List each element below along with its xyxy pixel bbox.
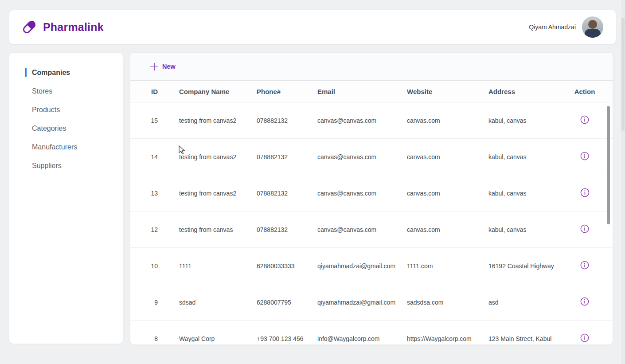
row-info-button[interactable] — [580, 261, 589, 270]
sidebar-item-stores[interactable]: Stores — [9, 82, 123, 101]
sidebar-item-categories[interactable]: Categories — [9, 119, 123, 138]
info-icon — [580, 224, 589, 233]
cell-phone: +93 700 123 456 — [252, 335, 313, 342]
info-icon — [580, 261, 589, 270]
cell-company-name: testing from canvas — [170, 226, 252, 233]
cell-id: 9 — [130, 299, 170, 306]
cell-company-name: Waygal Corp — [170, 335, 252, 342]
sidebar-item-label: Products — [32, 106, 60, 114]
cell-phone: 62880033333 — [252, 262, 313, 270]
sidebar-item-suppliers[interactable]: Suppliers — [9, 157, 123, 175]
pill-icon — [22, 20, 37, 35]
cell-id: 12 — [130, 226, 170, 233]
sidebar-item-products[interactable]: Products — [9, 101, 123, 119]
cell-website: 1111.com — [402, 262, 484, 270]
table-row: 13 testing from canvas2 078882132 canvas… — [130, 175, 613, 211]
sidebar-item-companies[interactable]: Companies — [9, 63, 123, 82]
page-scrollbar-thumb[interactable] — [621, 18, 625, 131]
page-scrollbar[interactable] — [621, 0, 625, 364]
cell-website: sadsdsa.com — [402, 299, 484, 306]
cell-phone: 078882132 — [252, 117, 313, 124]
cell-website: https://Waygalcorp.com — [402, 335, 484, 342]
table-row: 10 1111 62880033333 qiyamahmadzai@gmail.… — [130, 248, 613, 284]
user-menu[interactable]: Qiyam Ahmadzai — [529, 16, 603, 38]
row-info-button[interactable] — [580, 333, 589, 342]
column-header-phone: Phone# — [252, 88, 313, 95]
table-row: 8 Waygal Corp +93 700 123 456 info@Wayga… — [130, 321, 613, 345]
cell-website: canvas.com — [402, 153, 484, 160]
cell-id: 15 — [130, 117, 170, 124]
sidebar-item-label: Categories — [32, 125, 66, 133]
cell-id: 13 — [130, 190, 170, 197]
cell-company-name: testing from canvas2 — [170, 153, 252, 160]
table-scrollbar-thumb[interactable] — [607, 106, 610, 224]
brand-logo-group[interactable]: Pharmalink — [22, 20, 104, 35]
app-header: Pharmalink Qiyam Ahmadzai — [9, 10, 616, 44]
sidebar-item-label: Suppliers — [32, 162, 62, 170]
active-indicator-bar — [25, 68, 27, 77]
row-info-button[interactable] — [580, 224, 589, 233]
avatar-head-shape — [588, 20, 597, 29]
info-icon — [580, 115, 589, 124]
sidebar-item-label: Manufacturers — [32, 143, 77, 151]
cell-id: 8 — [130, 335, 170, 342]
cell-address: kabul, canvas — [484, 226, 566, 233]
app-title: Pharmalink — [43, 21, 104, 34]
row-info-button[interactable] — [580, 115, 589, 124]
new-company-button[interactable]: New — [150, 63, 176, 70]
cell-email: canvas@canvas.com — [313, 153, 402, 160]
column-header-name: Company Name — [170, 88, 252, 95]
cell-company-name: testing from canvas2 — [170, 117, 252, 124]
row-info-button[interactable] — [580, 188, 590, 197]
info-icon — [580, 333, 589, 342]
cell-website: canvas.com — [402, 226, 484, 233]
cell-email: canvas@canvas.com — [313, 117, 402, 124]
column-header-action: Action — [566, 88, 603, 95]
plus-icon — [150, 63, 158, 70]
cell-phone: 078882132 — [252, 226, 313, 233]
cell-company-name: testing from canvas2 — [170, 190, 252, 197]
cell-company-name: sdsad — [170, 299, 252, 306]
user-name-label: Qiyam Ahmadzai — [529, 23, 576, 31]
cell-phone: 078882132 — [252, 190, 313, 197]
cell-id: 14 — [130, 153, 170, 160]
avatar-body-shape — [585, 29, 601, 38]
cell-address: kabul, canvas — [484, 190, 566, 197]
row-info-button[interactable] — [580, 152, 589, 160]
cell-address: kabul, canvas — [484, 117, 566, 124]
table-row: 14 testing from canvas2 078882132 canvas… — [130, 139, 613, 175]
table-toolbar: New — [130, 53, 613, 81]
cell-website: canvas.com — [402, 190, 484, 197]
sidebar-nav: Companies Stores Products Categories Man… — [9, 52, 123, 344]
cell-email: qiyamahmadzai@gmail.com — [313, 299, 402, 306]
table-row: 12 testing from canvas 078882132 canvas@… — [130, 211, 613, 248]
column-header-website: Website — [402, 88, 484, 95]
cell-address: asd — [484, 299, 566, 306]
row-info-button[interactable] — [580, 297, 589, 306]
new-button-label: New — [162, 63, 176, 70]
table-row: 9 sdsad 6288007795 qiyamahmadzai@gmail.c… — [130, 284, 613, 321]
companies-panel: New ID Company Name Phone# Email Website… — [130, 52, 613, 345]
column-header-id: ID — [130, 88, 170, 95]
cell-id: 10 — [130, 262, 170, 270]
cell-email: info@Waygalcorp.com — [313, 335, 402, 342]
cell-email: canvas@canvas.com — [313, 190, 402, 197]
info-icon — [580, 297, 589, 306]
user-avatar[interactable] — [582, 16, 603, 38]
column-header-address: Address — [484, 88, 566, 95]
info-icon — [580, 152, 589, 160]
table-header-row: ID Company Name Phone# Email Website Add… — [130, 81, 613, 102]
cell-address: 123 Main Street, Kabul — [484, 335, 566, 342]
cell-website: canvas.com — [402, 117, 484, 124]
cell-email: canvas@canvas.com — [313, 226, 402, 233]
cell-email: qiyamahmadzai@gmail.com — [313, 262, 402, 270]
cell-address: kabul, canvas — [484, 153, 566, 160]
cell-phone: 6288007795 — [252, 299, 313, 306]
table-row: 15 testing from canvas2 078882132 canvas… — [130, 102, 613, 139]
sidebar-item-label: Companies — [32, 69, 70, 77]
info-icon — [580, 188, 590, 197]
sidebar-item-label: Stores — [32, 87, 52, 95]
cell-address: 16192 Coastal Highway — [484, 262, 566, 270]
sidebar-item-manufacturers[interactable]: Manufacturers — [9, 138, 123, 157]
cell-company-name: 1111 — [170, 262, 252, 270]
